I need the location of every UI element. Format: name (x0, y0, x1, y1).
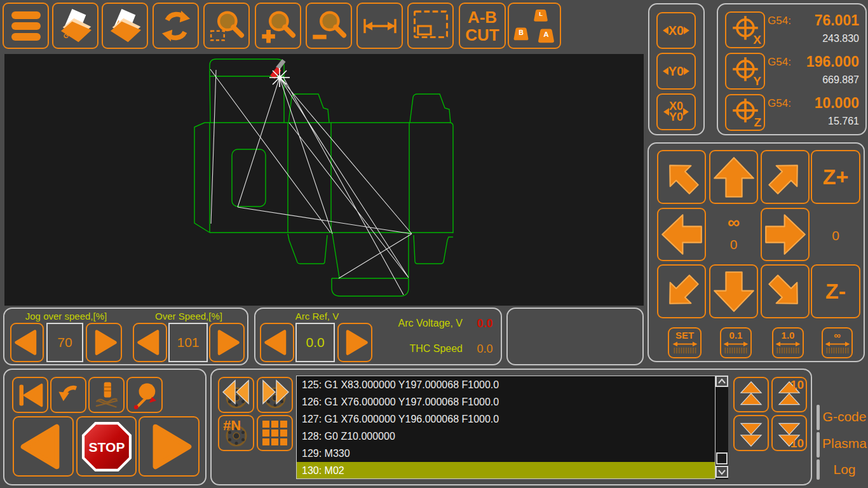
open-gcode-file-icon: G-code (56, 6, 95, 46)
keyboard-keys-button[interactable]: L B A (508, 3, 561, 49)
status-panel (506, 308, 644, 365)
gcode-line-selected[interactable]: 130: M02 (297, 462, 715, 479)
key-l-label: L (539, 11, 543, 17)
rewind-icon (220, 379, 252, 411)
triangle-right-icon (663, 67, 668, 75)
workpiece-frame-button[interactable] (407, 3, 454, 49)
jog-z-step-value: 0 (811, 228, 860, 243)
menu-button[interactable] (3, 3, 49, 49)
zoom-window-button[interactable] (203, 3, 250, 49)
line-down-10-button[interactable]: 10 (771, 415, 807, 451)
jog-z-step-display: 0 (811, 208, 860, 261)
thc-speed-label: THC Speed (376, 343, 463, 355)
dro-panel: X G54: 76.001 243.830 Y G54: 196.000 669… (717, 3, 867, 135)
line-up-10-button[interactable]: 10 (771, 377, 807, 412)
arrow-sw-icon (660, 268, 704, 315)
arc-ref-label: Arc Ref, V (279, 311, 355, 322)
jog-step-1.0-button[interactable]: 1.0 (772, 327, 804, 358)
jog-z-plus-button[interactable]: Z+ (811, 150, 860, 204)
skip-to-start-button[interactable] (12, 377, 48, 413)
refresh-button[interactable] (153, 3, 199, 49)
gcode-line[interactable]: 129: M330 (297, 445, 715, 462)
open-gcode-button[interactable]: G-code (52, 3, 98, 49)
jog-speed-decrease-button[interactable] (10, 323, 44, 362)
jog-n-button[interactable] (709, 150, 758, 204)
jog-step-set-button[interactable]: SET (668, 327, 702, 358)
measure-button[interactable] (356, 3, 403, 49)
arc-ref-decrease-button[interactable] (260, 323, 294, 362)
jog-w-button[interactable] (657, 208, 706, 261)
gcode-line[interactable]: 128: G0 Z10.000000 (297, 428, 715, 445)
nesting-grid-button[interactable] (257, 415, 293, 451)
torch-down-button[interactable] (88, 377, 125, 413)
arc-ref-increase-button[interactable] (337, 323, 372, 362)
jog-ne-button[interactable] (761, 150, 810, 204)
set-y0-button[interactable]: Y0 (656, 53, 696, 90)
zoom-window-icon (208, 8, 246, 44)
run-backward-icon (17, 421, 69, 473)
undo-button[interactable] (50, 377, 86, 413)
arrow-n-icon (712, 154, 756, 201)
jog-s-button[interactable] (709, 264, 758, 318)
scroll-up-button[interactable] (715, 376, 728, 387)
dro-x-button[interactable]: X (725, 11, 765, 48)
over-speed-value: 101 (168, 323, 208, 362)
jog-speed-increase-button[interactable] (86, 323, 122, 362)
scroll-thumb[interactable] (716, 452, 728, 464)
tab-gcode[interactable]: G-code (821, 409, 868, 424)
jog-step-infinite-button[interactable]: ∞ (822, 327, 853, 358)
jog-sw-button[interactable] (657, 264, 706, 318)
scroll-down-button[interactable] (715, 466, 728, 478)
zero-panel: X0 Y0 X0 Y0 (648, 3, 705, 135)
run-backward-button[interactable] (13, 416, 74, 477)
line-down-button[interactable] (733, 415, 769, 451)
jog-se-button[interactable] (761, 264, 810, 318)
gcode-scrollbar[interactable] (715, 376, 728, 479)
torch-down-icon (92, 380, 122, 410)
key-a-label: A (543, 30, 549, 37)
set-x0y0-button[interactable]: X0 Y0 (656, 93, 696, 130)
tab-plasma[interactable]: Plasma (821, 436, 868, 451)
jog-e-button[interactable] (761, 208, 810, 261)
jog-z-minus-button[interactable]: Z- (811, 264, 860, 318)
stop-button[interactable]: STOP (76, 416, 137, 477)
torch-ignite-button[interactable] (126, 377, 163, 413)
open-dxf-file-icon: DXF (105, 6, 145, 46)
open-dxf-button[interactable]: DXF (102, 3, 148, 49)
toolpath-canvas[interactable] (4, 54, 644, 306)
arc-ref-value: 0.0 (295, 323, 335, 362)
over-speed-decrease-button[interactable] (133, 323, 167, 362)
set-x0-button[interactable]: X0 (656, 12, 696, 49)
tab-indicator-gcode (817, 405, 820, 430)
zoom-out-button[interactable] (306, 3, 352, 49)
ab-cut-button[interactable]: A-B CUT (459, 3, 506, 49)
step-10-label: 1.0 (782, 330, 795, 340)
triangle-right-icon (663, 27, 668, 34)
gcode-rewind-button[interactable] (218, 377, 254, 413)
triangle-left-icon (684, 67, 689, 75)
x0-label: X0 (668, 25, 684, 36)
run-forward-button[interactable] (139, 416, 200, 477)
mycnc-app: G-code DXF (0, 0, 868, 488)
jog-nw-button[interactable] (657, 150, 706, 204)
cut-path (194, 59, 453, 296)
skip-to-start-icon (16, 381, 45, 410)
gcode-line[interactable]: 127: G1 X76.000000 Y196.000068 F1000.0 (297, 410, 715, 428)
wcs-y-label: G54: (768, 56, 791, 69)
step-set-label: SET (675, 330, 694, 340)
jog-step-0.1-button[interactable]: 0.1 (720, 327, 752, 358)
gcode-line[interactable]: 125: G1 X83.000000 Y197.000068 F1000.0 (297, 376, 715, 393)
gcode-listing[interactable]: 125: G1 X83.000000 Y197.000068 F1000.0 1… (296, 376, 715, 479)
jog-speed-value: 70 (46, 323, 83, 362)
jog-over-speed-label: Jog over speed,[%] (10, 311, 122, 322)
goto-line-button[interactable]: #N (218, 415, 254, 451)
dro-z-button[interactable]: Z (725, 94, 765, 131)
gcode-line[interactable]: 126: G1 X76.000000 Y197.000068 F1000.0 (297, 393, 715, 410)
line-up-button[interactable] (733, 377, 769, 412)
tab-log[interactable]: Log (821, 462, 868, 477)
over-speed-increase-button[interactable] (209, 323, 245, 362)
arrow-right-icon (212, 326, 241, 359)
dro-y-button[interactable]: Y (725, 53, 765, 90)
zoom-in-button[interactable] (255, 3, 301, 49)
gcode-fast-forward-button[interactable] (257, 377, 293, 413)
